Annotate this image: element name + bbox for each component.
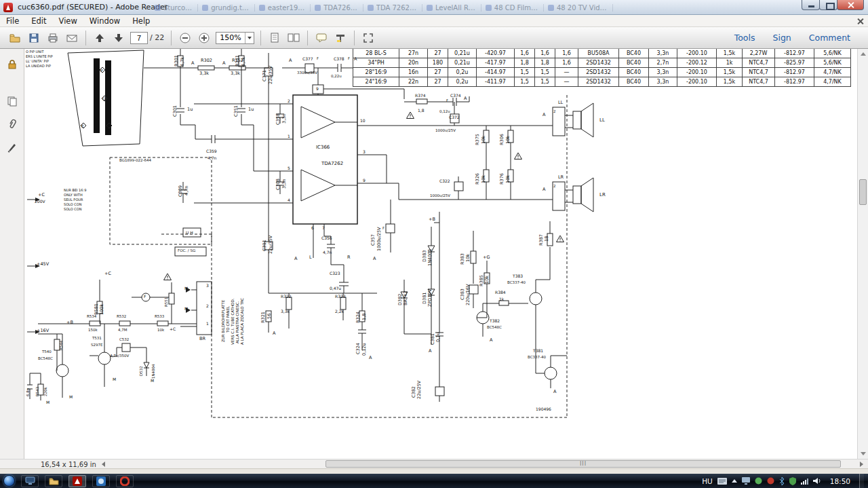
schematic-label: S297E [91, 343, 102, 348]
signatures-panel-button[interactable] [0, 137, 24, 157]
schematic-label: VERS C.I. TUBE CATHOD. [231, 299, 235, 345]
table-cell: 2SD1432 [578, 77, 619, 87]
menu-item-edit[interactable]: Edit [25, 16, 52, 26]
save-button[interactable] [26, 30, 42, 46]
security-panel-button[interactable] [0, 54, 24, 75]
two-page-icon [288, 33, 300, 43]
schematic-label: M [184, 307, 188, 311]
zoom-select[interactable]: 150% [216, 32, 254, 44]
vertical-scrollbar[interactable] [857, 49, 868, 459]
comment-button[interactable]: Comment [809, 33, 850, 43]
highlight-tool-button[interactable] [332, 30, 349, 46]
adobe-reader-taskbar-icon[interactable] [68, 475, 86, 487]
sign-button[interactable]: Sign [772, 33, 791, 43]
schematic-label: C351 [234, 105, 239, 117]
close-document-icon[interactable] [856, 16, 865, 26]
network-icon[interactable] [801, 478, 808, 485]
minimize-button[interactable] [802, 0, 820, 10]
schematic-label: +16V [37, 329, 49, 333]
page-number-input[interactable] [130, 32, 148, 44]
schematic-label: 3 [206, 284, 209, 288]
taskbar-clock[interactable]: 18:50 [826, 477, 854, 485]
schematic-label: BC337-40 [507, 281, 526, 285]
vertical-scroll-thumb[interactable] [859, 179, 867, 205]
print-icon [47, 33, 58, 43]
schematic-label: F [382, 227, 384, 230]
shield-icon[interactable] [789, 477, 796, 485]
schematic-label: 3,3k [281, 309, 290, 314]
table-cell: 27 [428, 49, 448, 58]
background-tab[interactable]: grundig.t… [202, 4, 255, 12]
background-tab[interactable]: 48 CD Film… [486, 4, 544, 12]
horizontal-scrollbar[interactable]: 16,54 x 11,69 in III [0, 459, 868, 468]
page-scroll-icon [270, 33, 279, 43]
tools-button[interactable]: Tools [734, 33, 755, 43]
explorer-icon[interactable] [45, 475, 62, 487]
background-tab[interactable]: 48 20 TV Vid… [548, 4, 613, 12]
schematic-label: 22u/25V [417, 381, 422, 399]
schematic-label: T540 [42, 350, 52, 354]
attachments-panel-button[interactable] [0, 114, 24, 134]
schematic-label: IC366 [316, 145, 330, 150]
bluetooth-icon[interactable] [779, 477, 785, 485]
schematic-label: BR [199, 337, 205, 341]
media-player-icon[interactable] [92, 475, 110, 487]
two-page-mode-button[interactable] [285, 30, 302, 46]
table-cell: -417.97 [477, 58, 515, 68]
comment-tool-button[interactable] [313, 30, 330, 46]
schematic-label: 150k [88, 329, 98, 333]
schematic-label: 10k [466, 254, 471, 262]
table-cell: -414.97 [477, 68, 515, 77]
messenger-icon[interactable] [767, 477, 774, 485]
background-tab[interactable]: TDA 7262… [368, 4, 422, 12]
schematic-label: 3300u/35V [297, 71, 317, 75]
menu-item-view[interactable]: View [53, 16, 83, 26]
language-indicator[interactable]: HU [702, 477, 713, 485]
schematic-label: 22u/35V [269, 236, 273, 254]
print-button[interactable] [45, 30, 61, 46]
background-tab[interactable]: easter19… [259, 4, 311, 12]
schematic-label: 18 [545, 236, 549, 242]
scroll-right-button[interactable] [858, 461, 865, 468]
menu-item-help[interactable]: Help [126, 16, 156, 26]
background-tab[interactable]: Sturco… [155, 4, 198, 12]
menu-item-window[interactable]: Window [83, 16, 126, 26]
maximize-button[interactable] [819, 0, 837, 10]
open-button[interactable] [7, 30, 23, 46]
schematic-label: +C [170, 327, 176, 331]
start-button[interactable] [3, 475, 15, 487]
table-cell: 28"16:9 [353, 68, 399, 77]
scroll-down-button[interactable] [859, 449, 867, 457]
previous-page-button[interactable] [92, 30, 108, 46]
menu-item-file[interactable]: File [0, 16, 25, 26]
opera-icon[interactable] [116, 475, 134, 487]
computer-icon[interactable] [21, 475, 39, 487]
paperclip-icon [7, 119, 18, 130]
update-icon[interactable] [755, 477, 762, 485]
schematic-label: 200V [35, 200, 45, 204]
schematic-label: C357 [371, 234, 376, 246]
monitor-icon[interactable] [742, 477, 750, 485]
volume-icon[interactable] [813, 477, 821, 485]
pages-panel-button[interactable] [0, 91, 24, 111]
zoom-out-button[interactable] [177, 30, 193, 46]
scroll-up-button[interactable] [859, 50, 867, 58]
horizontal-scroll-thumb[interactable]: III [326, 460, 841, 468]
schematic-label: 2 [206, 304, 209, 308]
close-button[interactable] [837, 0, 864, 10]
schematic-label: A [273, 331, 275, 336]
keyboard-icon[interactable] [717, 478, 727, 485]
scrolling-mode-button[interactable] [267, 30, 283, 46]
schematic-label: C371 [262, 70, 267, 81]
document-page[interactable]: 28 BL-S27n270,21u-420.971,61,61,6BU508AB… [24, 49, 857, 459]
hidden-icons-chevron[interactable] [732, 479, 737, 483]
scroll-left-button[interactable] [100, 461, 108, 468]
email-button[interactable] [64, 30, 80, 46]
fullscreen-button[interactable] [360, 30, 376, 46]
next-page-button[interactable] [111, 30, 127, 46]
background-tab[interactable]: LevelAll R… [427, 4, 481, 12]
zoom-in-button[interactable] [196, 30, 212, 46]
show-desktop-button[interactable] [859, 474, 864, 488]
background-tab[interactable]: TDA726… [315, 4, 363, 12]
schematic-label: 2 [553, 185, 556, 189]
